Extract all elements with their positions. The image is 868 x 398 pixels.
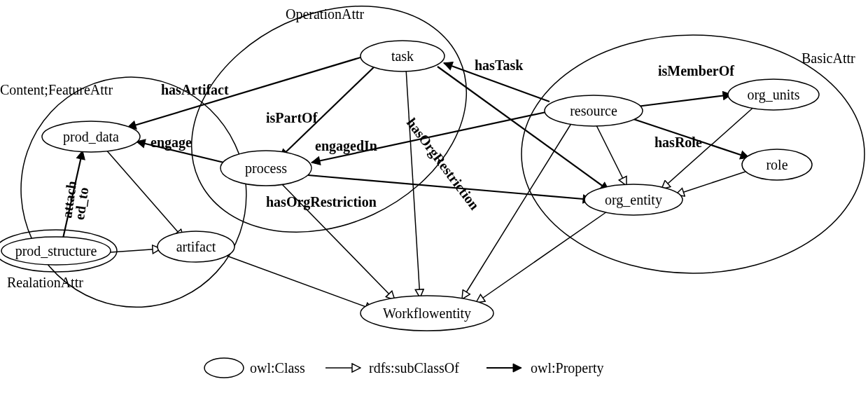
svg-text:org_units: org_units [747,87,799,103]
svg-text:org_entity: org_entity [605,192,662,208]
label-ispartof: isPartOf [266,110,318,125]
svg-line-4 [111,249,161,252]
class-org-units: org_units [728,79,819,110]
group-label-relationattr: RealationAttr [7,275,83,290]
label-attached-to: attach ed_to [59,177,92,221]
svg-line-8 [676,168,756,195]
ontology-diagram: OperationAttr Content;FeatureAttr BasicA… [0,0,868,398]
group-label-contentfeatureattr: Content;FeatureAttr [0,82,113,97]
group-label-basicattr: BasicAttr [802,50,855,66]
label-hasartifact: hasArtifact [161,82,229,97]
class-process: process [220,151,312,186]
label-engagedin: engagedIn [315,138,377,154]
legend-class-label: owl:Class [250,360,305,376]
svg-text:prod_structure: prod_structure [15,243,97,259]
svg-line-9 [595,123,626,186]
legend-class-icon [204,358,244,378]
legend-property-label: owl:Property [531,360,603,376]
class-prod-structure: prod_structure [1,237,111,265]
svg-line-3 [105,149,183,238]
class-task: task [360,41,444,71]
label-hasorgrestriction-task: hasOrgRestriction [403,115,482,213]
class-org-entity: org_entity [584,184,682,215]
class-workflowentity: Workflowentity [360,296,493,331]
svg-text:Workflowentity: Workflowentity [383,306,471,322]
class-nodes: task process prod_data prod_structure ar… [1,41,819,331]
svg-line-2 [217,252,374,310]
svg-text:process: process [245,160,287,177]
label-hastask: hasTask [475,57,524,73]
svg-line-6 [476,210,609,303]
class-role: role [742,149,812,180]
label-hasrole: hasRole [654,135,702,150]
class-artifact: artifact [158,231,234,262]
legend: owl:Class rdfs:subClassOf owl:Property [204,358,603,378]
class-resource: resource [545,95,643,126]
svg-text:prod_data: prod_data [63,129,119,145]
svg-line-16 [637,95,732,107]
svg-text:role: role [766,157,788,172]
legend-subclass-label: rdfs:subClassOf [369,360,459,376]
label-hasorgrestriction-process: hasOrgRestriction [266,194,377,210]
svg-text:artifact: artifact [176,239,216,254]
svg-text:task: task [391,48,414,64]
group-label-operationattr: OperationAttr [286,6,365,22]
class-prod-data: prod_data [42,121,140,152]
label-ismemberof: isMemberOf [658,63,734,78]
label-engage: engage [150,135,192,151]
svg-text:resource: resource [570,103,617,118]
svg-line-5 [462,119,574,299]
